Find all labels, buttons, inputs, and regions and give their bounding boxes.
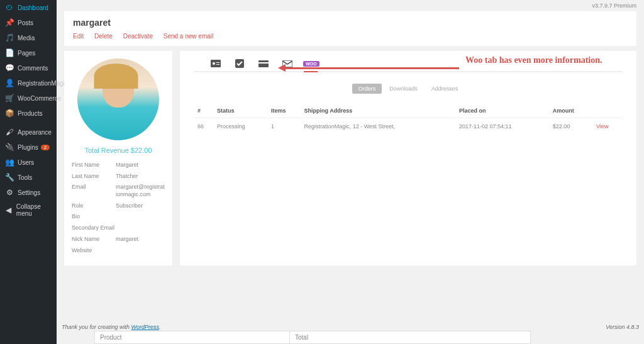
- profile-row: First NameMargaret: [72, 162, 165, 169]
- svg-rect-3: [216, 64, 219, 65]
- users-icon: 👥: [5, 158, 14, 167]
- plugins-badge: 2: [41, 145, 50, 150]
- sidebar-item-registrationmagic[interactable]: 👤RegistrationMagic: [0, 75, 57, 91]
- header-actions: Edit Delete Deactivate Send a new email: [73, 33, 628, 40]
- plugins-icon: 🔌: [5, 143, 14, 152]
- user-icon: 👤: [5, 79, 14, 87]
- appearance-icon: 🖌: [5, 128, 14, 136]
- comments-icon: 💬: [5, 64, 14, 72]
- profile-row: Emailmargaret@registrationmagic.com: [72, 184, 165, 198]
- profile-card: Total Revenue $22.00 First NameMargaret …: [64, 51, 172, 265]
- bottom-table: Product Total: [94, 331, 531, 344]
- profile-row: Last NameThatcher: [72, 173, 165, 180]
- svg-rect-2: [216, 62, 219, 63]
- sidebar-item-media[interactable]: 🎵Media: [0, 30, 57, 45]
- footer-thanks: Thank you for creating with WordPress.: [62, 324, 161, 330]
- main-content: v3.7.9.7 Premium margaret Edit Delete De…: [57, 0, 644, 344]
- sidebar-item-products[interactable]: 📦Products: [0, 106, 57, 121]
- wordpress-link[interactable]: WordPress: [131, 324, 160, 330]
- table-header-row: # Status Items Shipping Address Placed o…: [195, 104, 621, 118]
- sidebar-item-pages[interactable]: 📄Pages: [0, 45, 57, 60]
- tools-icon: 🔧: [5, 173, 14, 182]
- tab-profile-icon[interactable]: [210, 62, 221, 71]
- admin-sidebar: ⏲Dashboard 📌Posts 🎵Media 📄Pages 💬Comment…: [0, 0, 57, 344]
- annotation-text: Woo tab has even more information.: [465, 55, 602, 66]
- svg-rect-0: [211, 60, 221, 67]
- view-link[interactable]: View: [596, 123, 608, 130]
- tab-check-icon[interactable]: [234, 62, 245, 71]
- detail-card: WOO Orders Downloads Addresses # Status …: [180, 51, 636, 265]
- bottom-col-product: Product: [95, 331, 290, 343]
- page-header: margaret Edit Delete Deactivate Send a n…: [64, 11, 636, 46]
- svg-rect-5: [258, 60, 269, 67]
- tab-card-icon[interactable]: [258, 62, 269, 71]
- products-icon: 📦: [5, 109, 14, 118]
- subtabs: Orders Downloads Addresses: [194, 84, 623, 94]
- sidebar-item-users[interactable]: 👥Users: [0, 155, 57, 170]
- orders-table: # Status Items Shipping Address Placed o…: [194, 103, 623, 135]
- posts-icon: 📌: [5, 18, 14, 27]
- pages-icon: 📄: [5, 48, 14, 57]
- version-label: v3.7.9.7 Premium: [57, 0, 644, 11]
- sidebar-item-comments[interactable]: 💬Comments: [0, 60, 57, 75]
- cart-icon: 🛒: [5, 94, 14, 103]
- svg-rect-6: [258, 62, 269, 64]
- sidebar-item-woocommerce[interactable]: 🛒WooCommerce: [0, 91, 57, 106]
- collapse-icon: ◀: [5, 206, 13, 214]
- total-revenue: Total Revenue $22.00: [72, 147, 165, 154]
- tab-underline: [304, 71, 318, 72]
- dashboard-icon: ⏲: [5, 3, 14, 12]
- edit-link[interactable]: Edit: [73, 33, 84, 40]
- tab-woo[interactable]: WOO: [306, 62, 317, 71]
- sidebar-item-appearance[interactable]: 🖌Appearance: [0, 125, 57, 140]
- sidebar-item-tools[interactable]: 🔧Tools: [0, 170, 57, 185]
- send-email-link[interactable]: Send a new email: [164, 33, 214, 40]
- profile-row: RoleSubscriber: [72, 203, 165, 210]
- subtab-orders[interactable]: Orders: [352, 84, 382, 94]
- svg-point-1: [213, 62, 215, 65]
- bottom-col-total: Total: [290, 331, 530, 343]
- table-row: 66 Processing 1 RegistrationMagic, 12 - …: [195, 119, 621, 133]
- settings-icon: ⚙: [5, 188, 14, 197]
- sidebar-item-posts[interactable]: 📌Posts: [0, 15, 57, 30]
- profile-row: Website: [72, 247, 165, 255]
- sidebar-item-collapse[interactable]: ◀Collapse menu: [0, 200, 57, 220]
- profile-row: Bio: [72, 213, 165, 221]
- deactivate-link[interactable]: Deactivate: [123, 33, 153, 40]
- media-icon: 🎵: [5, 33, 14, 42]
- profile-row: Secondary Email: [72, 225, 165, 232]
- page-title: margaret: [73, 18, 628, 28]
- sidebar-item-plugins[interactable]: 🔌Plugins2: [0, 140, 57, 155]
- sidebar-item-dashboard[interactable]: ⏲Dashboard: [0, 0, 57, 15]
- woo-chip: WOO: [303, 61, 319, 67]
- annotation-arrow: [283, 67, 459, 69]
- delete-link[interactable]: Delete: [94, 33, 113, 40]
- subtab-downloads[interactable]: Downloads: [383, 84, 424, 94]
- footer-version: Version 4.8.3: [606, 324, 639, 330]
- sidebar-item-settings[interactable]: ⚙Settings: [0, 185, 57, 200]
- subtab-addresses[interactable]: Addresses: [425, 84, 465, 94]
- avatar: [77, 58, 159, 140]
- profile-row: Nick Namemargaret: [72, 236, 165, 243]
